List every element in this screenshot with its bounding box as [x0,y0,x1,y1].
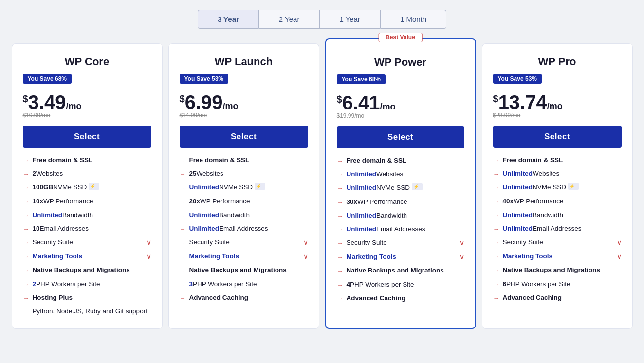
feature-text: Free domain & SSL [33,156,93,165]
select-button[interactable]: Select [23,126,151,148]
expandable-feature-row[interactable]: Marketing Tools∨ [33,252,151,262]
feature-prefix-highlight: Unlimited [503,211,533,220]
feature-item: →10 Email Addresses [23,224,151,234]
chevron-down-icon[interactable]: ∨ [617,238,622,248]
feature-text: NVMe SSD [53,183,87,192]
feature-item: →Native Backups and Migrations [493,266,622,275]
price-block: $6.99/mo $14.99/mo [180,92,308,119]
arrow-icon: → [180,294,186,303]
plan-title: WP Launch [180,55,308,68]
period-tab-1-month[interactable]: 1 Month [380,10,446,29]
chevron-down-icon[interactable]: ∨ [460,238,464,248]
feature-prefix-highlight: Unlimited [189,224,220,234]
feature-text-highlight: Marketing Tools [189,252,239,261]
expandable-feature-row[interactable]: Security Suite∨ [347,238,464,248]
feature-item: →Unlimited NVMe SSD [493,183,622,192]
chevron-down-icon[interactable]: ∨ [303,238,308,248]
price-original: $10.99/mo [23,112,151,119]
feature-prefix-bold: 40x [503,197,514,206]
select-button[interactable]: Select [337,126,464,148]
feature-text: Bandwidth [219,211,250,220]
feature-item: →Native Backups and Migrations [337,266,464,275]
chevron-down-icon[interactable]: ∨ [303,252,308,262]
arrow-icon: → [493,198,499,206]
speed-badge-icon [255,183,265,190]
price-main: $3.49/mo [23,92,151,112]
price-block: $6.41/mo $19.99/mo [337,93,464,119]
feature-item: →100GB NVMe SSD [23,183,151,192]
feature-prefix-bold: 2 [33,169,37,179]
price-original: $19.99/mo [337,112,464,119]
feature-text: Security Suite [347,238,387,248]
plan-title: WP Core [23,55,151,68]
feature-text-bold: Advanced Caching [503,293,562,303]
feature-text: WP Performance [43,197,93,206]
feature-prefix-bold: 20x [189,197,201,206]
feature-prefix-bold: 10x [33,197,44,206]
feature-prefix-highlight: 3 [189,280,193,289]
expandable-feature-row[interactable]: Marketing Tools∨ [189,252,308,262]
speed-badge-icon [568,183,579,190]
feature-text: Python, Node.JS, Ruby and Git support [33,307,147,316]
feature-prefix-highlight: Unlimited [189,183,220,192]
arrow-icon: → [180,211,186,220]
price-original: $28.99/mo [493,112,622,119]
price-main: $6.99/mo [180,92,308,112]
feature-item: →Marketing Tools∨ [337,253,464,262]
feature-item: →Marketing Tools∨ [493,252,622,262]
chevron-down-icon[interactable]: ∨ [460,253,464,262]
arrow-icon: → [180,170,186,179]
feature-item: →Security Suite∨ [337,238,464,248]
feature-item: →Unlimited NVMe SSD [180,183,308,192]
arrow-icon: → [337,184,343,193]
features-list: →Free domain & SSL→2 Websites→100GB NVMe… [23,156,151,316]
select-button[interactable]: Select [493,126,622,148]
feature-prefix-bold: 100GB [33,183,54,192]
expandable-feature-row[interactable]: Security Suite∨ [503,238,622,248]
expandable-feature-row[interactable]: Security Suite∨ [33,238,151,248]
plan-card-wp-power: Best ValueWP PowerYou Save 68% $6.41/mo … [325,38,476,329]
feature-item: →10x WP Performance [23,197,151,206]
arrow-icon: → [493,183,499,192]
period-tab-2-year[interactable]: 2 Year [259,10,320,29]
chevron-down-icon[interactable]: ∨ [147,238,151,248]
feature-text: WP Performance [200,197,250,206]
expandable-feature-row[interactable]: Security Suite∨ [189,238,308,248]
arrow-icon: → [180,280,186,289]
feature-text: Email Addresses [376,225,425,234]
feature-text: Email Addresses [40,224,89,234]
feature-item: Python, Node.JS, Ruby and Git support [23,307,151,316]
speed-badge-icon [412,183,423,190]
arrow-icon: → [23,253,29,261]
save-badge: You Save 53% [180,74,228,84]
feature-prefix-highlight: 2 [33,280,37,289]
feature-text-bold: Advanced Caching [189,293,249,303]
price-block: $13.74/mo $28.99/mo [493,92,622,119]
feature-text: Websites [36,169,63,179]
feature-text: Bandwidth [376,211,407,220]
arrow-icon: → [23,266,29,275]
feature-item: →20x WP Performance [180,197,308,206]
feature-item: →Unlimited Bandwidth [493,211,622,220]
expandable-feature-row[interactable]: Marketing Tools∨ [347,253,464,262]
feature-text: PHP Workers per Site [506,280,570,289]
feature-text: PHP Workers per Site [36,280,100,289]
arrow-icon: → [337,170,343,179]
price-block: $3.49/mo $10.99/mo [23,92,151,119]
arrow-icon: → [23,183,29,192]
select-button[interactable]: Select [180,126,308,148]
feature-prefix-highlight: Unlimited [503,224,533,234]
chevron-down-icon[interactable]: ∨ [147,252,151,262]
feature-text: NVMe SSD [219,183,253,192]
feature-text: Bandwidth [62,211,93,220]
feature-text-bold: Native Backups and Migrations [33,266,130,275]
feature-text: Free domain & SSL [347,156,407,165]
chevron-down-icon[interactable]: ∨ [617,252,622,262]
feature-text-bold: Hosting Plus [33,293,73,303]
expandable-feature-row[interactable]: Marketing Tools∨ [503,252,622,262]
feature-item: →Advanced Caching [337,294,464,303]
arrow-icon: → [493,156,499,165]
arrow-icon: → [337,253,343,262]
period-tab-3-year[interactable]: 3 Year [198,10,259,29]
period-tab-1-year[interactable]: 1 Year [319,10,380,29]
